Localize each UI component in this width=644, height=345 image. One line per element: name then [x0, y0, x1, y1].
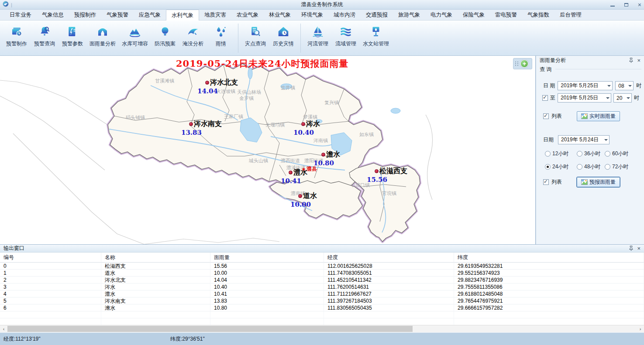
list2-checkbox[interactable]	[543, 179, 549, 185]
output-title: 输出窗口	[3, 245, 24, 252]
scroll-left-button[interactable]: ‹	[0, 325, 7, 332]
table-row[interactable]: 2 涔水北支 14.04 111.452105411342 29.8823476…	[0, 277, 644, 284]
toolbar-button-flood-plan[interactable]: 防汛预案	[151, 23, 179, 48]
list-checkbox[interactable]	[543, 113, 549, 119]
forecast-date-select[interactable]: 2019年 5月24日	[558, 135, 610, 144]
table-row[interactable]: 1 道水 10.00 111.747083055051 29.552156374…	[0, 270, 644, 277]
scrollbar-thumb[interactable]	[7, 326, 413, 332]
menu-tab[interactable]: 日常业务	[4, 10, 37, 20]
station-dot-icon	[289, 171, 293, 174]
titlebar-separator: |	[11, 2, 12, 7]
chevron-down-icon	[627, 85, 633, 87]
warning-create-icon	[10, 24, 23, 38]
start-date-select[interactable]: 2019年 5月25日	[558, 81, 613, 90]
menu-tab[interactable]: 旅游气象	[393, 10, 425, 20]
table-row[interactable]: 6 澹水 10.80 111.830565050435 29.666615795…	[0, 304, 644, 311]
toolbar-button-hydro-station[interactable]: 水文站管理	[360, 23, 392, 48]
duration-radio[interactable]: 24小时	[545, 163, 568, 171]
close-button[interactable]: ×	[638, 2, 641, 7]
column-header[interactable]: 纬度	[454, 253, 644, 263]
forecast-rainfall-button[interactable]: 预报面雨量	[577, 177, 620, 187]
menu-tab[interactable]: 气象预警	[101, 10, 134, 20]
zoom-in-button[interactable]: +	[520, 60, 528, 68]
toolbar-button-reservoir[interactable]: 水库可增容	[119, 23, 151, 48]
start-hour-select[interactable]: 08	[615, 81, 634, 90]
menu-tab[interactable]: 城市内涝	[328, 10, 361, 20]
menu-tab[interactable]: 电力气象	[425, 10, 458, 20]
minimize-button[interactable]	[610, 6, 615, 7]
duration-radio[interactable]: 12小时	[545, 150, 568, 157]
town-label: 澧西街道	[281, 157, 300, 164]
chevron-down-icon	[604, 97, 611, 99]
end-date-select[interactable]: 2019年 5月25日	[558, 93, 611, 102]
horizontal-scrollbar[interactable]: ‹ ›	[0, 325, 644, 332]
map-view[interactable]: 2019-05-24日未来24小时预报面雨量 甘溪滩镇火连坡镇天供山林场金罗镇盐…	[0, 56, 536, 244]
duration-radio[interactable]: 72小时	[605, 163, 628, 171]
menu-tab[interactable]: 雷电预警	[490, 10, 522, 20]
pin-icon[interactable]	[629, 58, 633, 64]
toolbar-button-warning-create[interactable]: 预警制作	[3, 23, 31, 48]
menu-tab[interactable]: 环境气象	[296, 10, 328, 20]
raindrops-icon	[214, 24, 227, 38]
toolbar-button-river-manage[interactable]: 河流管理	[304, 23, 332, 48]
menu-tab[interactable]: 林业气象	[264, 10, 296, 20]
menu-tab[interactable]: 水利气象	[166, 10, 199, 20]
toolbar-button-warning-params[interactable]: 预警参数	[59, 23, 86, 48]
inundation-wave-icon	[186, 24, 200, 38]
toolbar-button-disaster-query[interactable]: 灾点查询	[241, 23, 269, 48]
hour-unit-label: 时	[636, 82, 641, 89]
maximize-button[interactable]	[624, 3, 628, 7]
column-header[interactable]: 名称	[101, 253, 210, 263]
menu-tab[interactable]: 预报制作	[69, 10, 101, 20]
column-header[interactable]: 编号	[0, 253, 101, 263]
toolbar-button-area-rainfall[interactable]: 面雨量分析	[86, 23, 119, 48]
warning-query-icon	[38, 24, 51, 38]
station-marker[interactable]: 涔水南支 13.83	[181, 120, 222, 137]
column-header[interactable]: 面雨量	[210, 253, 324, 263]
drag-grip-icon[interactable]	[515, 61, 519, 66]
table-row[interactable]: 5 涔水南支 13.83 111.397267184503 29.7654476…	[0, 297, 644, 304]
duration-radio[interactable]: 36小时	[577, 150, 600, 157]
sailboat-icon	[311, 24, 324, 38]
radio-icon	[605, 151, 610, 157]
close-panel-icon[interactable]: ×	[637, 57, 641, 64]
menu-tab[interactable]: 应急气象	[134, 10, 166, 20]
table-row[interactable]: 4 澧水 10.41 111.711219667627 29.618801248…	[0, 290, 644, 297]
realtime-rainfall-button[interactable]: 实时面雨量	[577, 111, 620, 121]
toolbar-button-inundation[interactable]: 淹没分析	[179, 23, 207, 48]
menu-tab[interactable]: 地质灾害	[199, 10, 231, 20]
station-marker[interactable]: 涔水北支 14.04	[197, 78, 238, 95]
station-marker[interactable]: 道水 10.00	[290, 191, 317, 208]
station-marker[interactable]: 澹水 10.80	[313, 150, 340, 167]
menu-tab[interactable]: 后台管理	[554, 10, 587, 20]
town-label: 大堰垱镇	[265, 122, 285, 128]
disaster-query-icon	[249, 24, 262, 38]
table-row[interactable]: 3 涔水 10.40 111.76200514631 29.7555811355…	[0, 284, 644, 290]
title-bar: | 澧县业务制作系统 ×	[0, 0, 644, 10]
station-dot-icon	[375, 169, 379, 173]
scroll-right-button[interactable]: ›	[637, 325, 644, 332]
menu-tab[interactable]: 气象信息	[37, 10, 69, 20]
latitude-status: 纬度:29°36'51"	[170, 335, 205, 343]
menu-tab[interactable]: 气象指数	[522, 10, 554, 20]
column-header[interactable]: 经度	[324, 253, 454, 263]
duration-radio[interactable]: 60小时	[605, 150, 628, 157]
panel-title: 面雨量分析	[540, 57, 566, 64]
pin-icon[interactable]	[629, 246, 633, 252]
menu-tab[interactable]: 交通预报	[361, 10, 393, 20]
town-label: 涔南镇	[313, 137, 328, 144]
menu-tab[interactable]: 保险气象	[458, 10, 490, 20]
map-canvas[interactable]	[0, 56, 536, 244]
toolbar-button-warning-query[interactable]: 预警查询	[31, 23, 59, 48]
toolbar-button-basin-manage[interactable]: 流域管理	[332, 23, 360, 48]
toolbar-button-history-disaster[interactable]: 历史灾情	[269, 23, 297, 48]
close-output-icon[interactable]: ×	[637, 245, 641, 252]
toolbar-button-rain-condition[interactable]: 雨情	[207, 23, 235, 48]
duration-radio[interactable]: 48小时	[577, 163, 600, 171]
station-marker[interactable]: 涔水 10.40	[293, 120, 320, 137]
end-hour-select[interactable]: 20	[613, 93, 632, 102]
menu-tab[interactable]: 农业气象	[231, 10, 264, 20]
table-row[interactable]: 0 松滋西支 15.56 112.001625625028 29.6193549…	[0, 263, 644, 270]
station-marker[interactable]: 松滋西支 15.56	[367, 167, 407, 184]
to-date-checkbox[interactable]	[542, 95, 548, 101]
